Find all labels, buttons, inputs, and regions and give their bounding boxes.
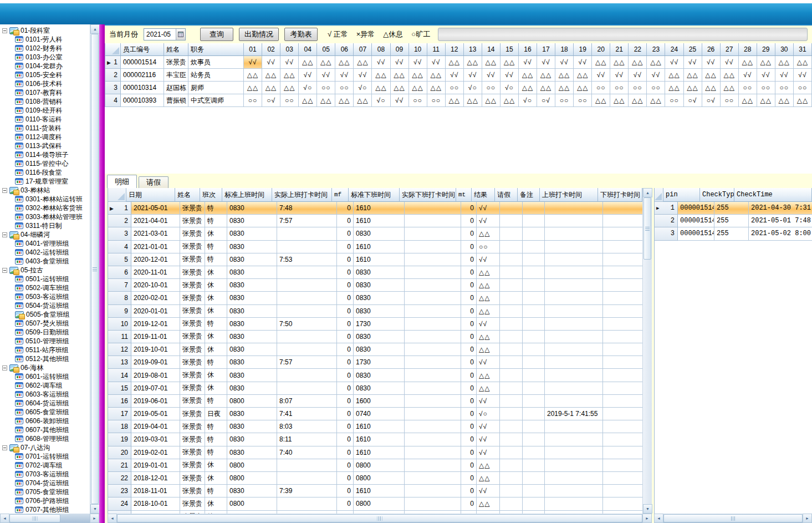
act_out-cell[interactable]	[405, 408, 461, 420]
check_in-cell[interactable]	[545, 382, 603, 395]
day-cell[interactable]: △△	[335, 56, 354, 69]
day-cell[interactable]: ○○	[629, 82, 647, 94]
act_in-cell[interactable]: 7:50	[277, 318, 337, 331]
day-cell[interactable]: √√	[537, 56, 555, 69]
mt-cell[interactable]: 0	[461, 279, 477, 292]
note-cell[interactable]	[523, 485, 545, 497]
employee-id-cell[interactable]: 000010314	[121, 82, 164, 94]
std_out-cell[interactable]: 1600	[354, 395, 405, 408]
day-column-header[interactable]: 10	[409, 43, 427, 56]
date-cell[interactable]: 2019-04-01	[131, 420, 180, 433]
shift-cell[interactable]: 特	[205, 433, 227, 446]
result-cell[interactable]: √√	[477, 446, 500, 459]
day-cell[interactable]: △△	[464, 94, 482, 107]
shift-cell[interactable]: 休	[205, 292, 227, 304]
std_out-cell[interactable]: 1610	[354, 215, 405, 227]
day-cell[interactable]: △△	[299, 94, 317, 107]
note-cell[interactable]	[523, 433, 545, 446]
leave-cell[interactable]	[500, 215, 523, 227]
day-column-header[interactable]: 26	[702, 43, 721, 56]
mt-cell[interactable]: 0	[461, 472, 477, 485]
tree-group-item[interactable]: 04-细磷河	[2, 230, 90, 239]
row-selector[interactable]: 16	[108, 395, 131, 408]
std_in-cell[interactable]: 0830	[227, 253, 277, 266]
mf-cell[interactable]: 0	[337, 343, 354, 356]
day-cell[interactable]: √√	[317, 69, 335, 82]
day-cell[interactable]: ○○	[574, 94, 592, 107]
day-cell[interactable]: △△	[629, 94, 647, 107]
tree-horizontal-scrollbar[interactable]: ◄ ►	[0, 514, 99, 523]
std_out-cell[interactable]: 1610	[354, 253, 405, 266]
day-cell[interactable]: ○√	[537, 94, 555, 107]
act_in-cell[interactable]	[277, 343, 337, 356]
std_in-cell[interactable]: 0830	[227, 420, 277, 433]
tree-item[interactable]: 0116-段食堂	[2, 168, 90, 177]
std_in-cell[interactable]: 0830	[227, 227, 277, 240]
day-cell[interactable]: △△	[537, 69, 555, 82]
check-row[interactable]: 30000015142552021-05-02 8:00	[655, 227, 812, 240]
day-column-header[interactable]: 23	[647, 43, 665, 56]
std_in-cell[interactable]: 0830	[227, 356, 277, 369]
result-cell[interactable]: √√	[477, 202, 500, 215]
mf-cell[interactable]: 0	[337, 227, 354, 240]
mt-cell[interactable]: 0	[461, 395, 477, 408]
time-cell[interactable]: 2021-05-02 8:00	[749, 227, 812, 240]
tree-item[interactable]: 0707-其他班组	[2, 505, 90, 514]
check_out-cell[interactable]	[603, 241, 642, 253]
day-cell[interactable]: ○○	[280, 94, 299, 107]
column-header-act_out[interactable]: 实际下班打卡时间	[400, 188, 456, 202]
scrollbar-thumb[interactable]	[9, 514, 60, 522]
tree-item[interactable]: 0511-站序班组	[2, 346, 90, 354]
row-selector[interactable]: 17	[108, 408, 131, 420]
act_in-cell[interactable]: 7:39	[277, 485, 337, 497]
check-horizontal-scrollbar[interactable]: ◄ ►	[654, 514, 812, 523]
result-cell[interactable]: √√	[477, 395, 500, 408]
detail-row[interactable]: 82020-02-01张景贵休0830008300△△	[108, 292, 642, 304]
check_in-cell[interactable]	[545, 433, 603, 446]
day-cell[interactable]: √√	[647, 69, 665, 82]
day-cell[interactable]: △△	[482, 56, 501, 69]
act_in-cell[interactable]: 7:57	[277, 215, 337, 227]
tree-item[interactable]: 0605-食堂班组	[2, 408, 90, 417]
day-cell[interactable]: △△	[244, 69, 262, 82]
result-cell[interactable]: △△	[477, 331, 500, 343]
note-cell[interactable]	[523, 420, 545, 433]
result-cell[interactable]: √√	[477, 420, 500, 433]
mt-cell[interactable]: 0	[461, 305, 477, 318]
check_out-cell[interactable]	[603, 433, 642, 446]
note-cell[interactable]	[523, 356, 545, 369]
check_out-cell[interactable]	[603, 292, 642, 304]
day-cell[interactable]: △△	[501, 56, 519, 69]
mf-cell[interactable]: 0	[337, 433, 354, 446]
timesheet-button[interactable]: 考勤表	[284, 28, 318, 41]
tree-item[interactable]: 0109-经开科	[2, 106, 90, 115]
date-cell[interactable]: 2018-10-01	[131, 497, 180, 510]
act_in-cell[interactable]	[277, 459, 337, 472]
mf-cell[interactable]: 0	[337, 305, 354, 318]
tree-vertical-scrollbar[interactable]: ▲ ▼	[90, 24, 99, 514]
day-cell[interactable]: √√	[739, 69, 757, 82]
mt-cell[interactable]: 0	[461, 331, 477, 343]
job-title-cell[interactable]: 炊事员	[188, 56, 244, 69]
day-cell[interactable]: ○○	[446, 82, 464, 94]
result-cell[interactable]: √√	[477, 253, 500, 266]
day-cell[interactable]: △△	[372, 69, 390, 82]
day-cell[interactable]: √○	[519, 94, 537, 107]
row-selector[interactable]: 22	[108, 472, 131, 485]
tree-item[interactable]: 0106-技术科	[2, 79, 90, 88]
tree-item[interactable]: 0105-安全科	[2, 70, 90, 79]
column-header-note[interactable]: 备注	[518, 188, 540, 202]
shift-cell[interactable]: 休	[205, 343, 227, 356]
std_in-cell[interactable]: 0830	[227, 446, 277, 459]
detail-row[interactable]: 32021-03-01张景贵休0830008300△△	[108, 227, 642, 240]
day-cell[interactable]: √√	[592, 69, 610, 82]
std_out-cell[interactable]: 1610	[354, 241, 405, 253]
check_out-cell[interactable]	[603, 227, 642, 240]
tree-item[interactable]: 17-规章管理室	[2, 177, 90, 186]
row-selector[interactable]: 8	[108, 292, 131, 304]
employee-name-cell[interactable]: 丰宝臣	[164, 69, 188, 82]
std_out-cell[interactable]: 0800	[354, 472, 405, 485]
row-selector[interactable]: 23	[108, 485, 131, 497]
leave-cell[interactable]	[500, 318, 523, 331]
day-column-header[interactable]: 12	[446, 43, 464, 56]
